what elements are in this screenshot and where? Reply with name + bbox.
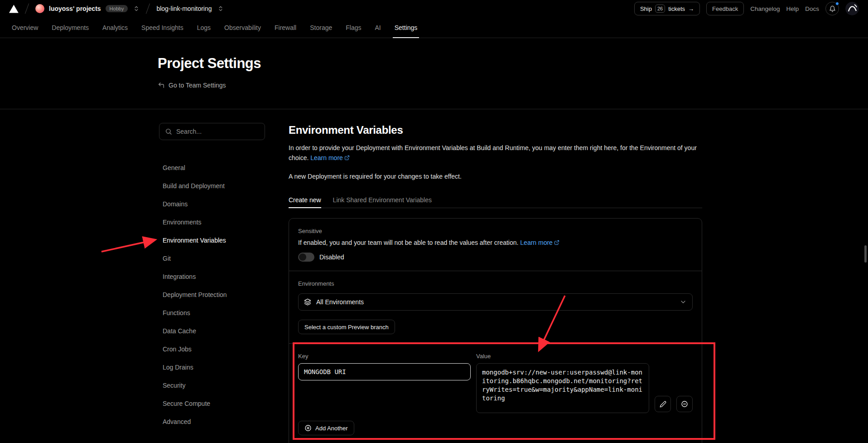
tab-logs[interactable]: Logs: [196, 17, 212, 38]
tickets-label: tickets: [668, 5, 685, 12]
page-scrollbar[interactable]: [864, 245, 867, 263]
learn-more-link[interactable]: Learn more: [310, 153, 350, 163]
tab-analytics[interactable]: Analytics: [101, 17, 129, 38]
tab-create-new[interactable]: Create new: [289, 192, 321, 208]
sidebar-item-build-and-deployment[interactable]: Build and Deployment: [159, 177, 265, 195]
sidebar-item-git[interactable]: Git: [159, 249, 265, 268]
tab-ai[interactable]: AI: [374, 17, 382, 38]
redeploy-note: A new Deployment is required for your ch…: [289, 173, 702, 180]
help-link[interactable]: Help: [786, 5, 799, 12]
page-header: Project Settings Go to Team Settings: [0, 38, 868, 109]
sensitive-learn-more-label: Learn more: [520, 239, 553, 246]
topbar-right: Ship 26 tickets → Feedback Changelog Hel…: [634, 2, 859, 15]
pencil-icon: [660, 401, 666, 408]
environments-dropdown-value: All Environments: [316, 298, 675, 306]
settings-menu: General Build and Deployment Domains Env…: [159, 159, 265, 431]
sidebar-item-data-cache[interactable]: Data Cache: [159, 322, 265, 340]
tab-firewall[interactable]: Firewall: [274, 17, 297, 38]
sensitive-learn-more-link[interactable]: Learn more: [520, 239, 559, 246]
edit-value-button[interactable]: [655, 396, 671, 412]
breadcrumb-team-name[interactable]: luoyoss' projects: [49, 5, 101, 12]
bell-icon: [829, 5, 836, 12]
go-to-team-settings-link[interactable]: Go to Team Settings: [158, 82, 226, 89]
create-env-var-card: Sensitive If enabled, you and your team …: [289, 218, 702, 443]
team-switcher-chevrons-icon[interactable]: [133, 5, 140, 12]
feedback-button[interactable]: Feedback: [706, 2, 744, 15]
sidebar-item-deployment-protection[interactable]: Deployment Protection: [159, 286, 265, 304]
page-title: Project Settings: [158, 55, 261, 72]
breadcrumb-separator: [25, 4, 29, 14]
select-custom-preview-branch-button[interactable]: Select a custom Preview branch: [298, 320, 395, 334]
key-input[interactable]: [298, 363, 471, 380]
project-nav: Overview Deployments Analytics Speed Ins…: [0, 17, 868, 38]
ship-tickets-button[interactable]: Ship 26 tickets →: [634, 2, 700, 15]
sidebar-item-general[interactable]: General: [159, 159, 265, 177]
project-switcher-chevrons-icon[interactable]: [217, 5, 224, 12]
sensitive-toggle[interactable]: [298, 253, 314, 262]
sensitive-label: Sensitive: [298, 228, 693, 234]
topbar: luoyoss' projects Hobby blog-link-monito…: [0, 0, 868, 17]
sidebar-item-integrations[interactable]: Integrations: [159, 268, 265, 286]
add-another-button[interactable]: Add Another: [298, 421, 354, 435]
sidebar-item-functions[interactable]: Functions: [159, 304, 265, 322]
value-input[interactable]: mongodb+srv://new-user:userpasswd@link-m…: [476, 363, 649, 413]
key-label: Key: [298, 353, 471, 360]
changelog-link[interactable]: Changelog: [750, 5, 780, 12]
tab-overview[interactable]: Overview: [11, 17, 39, 38]
search-input[interactable]: [176, 128, 259, 135]
sidebar-item-secure-compute[interactable]: Secure Compute: [159, 394, 265, 413]
search-icon: [165, 128, 172, 135]
external-link-icon: [554, 240, 559, 245]
tab-observability[interactable]: Observability: [223, 17, 262, 38]
corner-up-left-icon: [158, 82, 165, 89]
row-actions: [655, 396, 693, 412]
annotation-arrow-sidebar: [101, 240, 155, 252]
sidebar-item-advanced[interactable]: Advanced: [159, 413, 265, 431]
minus-circle-icon: [681, 400, 688, 408]
tab-speed-insights[interactable]: Speed Insights: [140, 17, 184, 38]
user-avatar[interactable]: [845, 2, 859, 15]
breadcrumb-project-name[interactable]: blog-link-monitoring: [156, 5, 212, 12]
key-value-section: Key Value mongodb+srv://new-user:userpas…: [289, 344, 702, 443]
sensitive-toggle-state: Disabled: [319, 253, 344, 261]
tab-link-shared-env-vars[interactable]: Link Shared Environment Variables: [333, 192, 432, 208]
sidebar-item-environments[interactable]: Environments: [159, 213, 265, 231]
tab-settings[interactable]: Settings: [394, 17, 419, 38]
environments-label: Environments: [298, 280, 693, 287]
learn-more-label: Learn more: [310, 153, 343, 163]
sidebar-item-domains[interactable]: Domains: [159, 195, 265, 213]
arrow-right-icon: →: [688, 5, 694, 12]
ticket-count-badge: 26: [655, 5, 665, 13]
plan-badge: Hobby: [106, 5, 128, 12]
section-heading: Environment Variables: [289, 124, 702, 136]
sidebar-item-log-drains[interactable]: Log Drains: [159, 358, 265, 376]
toggle-knob: [299, 253, 306, 261]
environment-variables-section: Environment Variables In order to provid…: [289, 124, 702, 443]
env-var-row: Key Value mongodb+srv://new-user:userpas…: [298, 353, 693, 413]
external-link-icon: [344, 155, 350, 161]
value-column: Value mongodb+srv://new-user:userpasswd@…: [476, 353, 649, 413]
tab-deployments[interactable]: Deployments: [51, 17, 90, 38]
vercel-project-settings-page: luoyoss' projects Hobby blog-link-monito…: [0, 0, 868, 443]
section-description: In order to provide your Deployment with…: [289, 143, 702, 163]
vercel-logo-icon[interactable]: [9, 5, 19, 13]
ship-label: Ship: [640, 5, 652, 12]
tab-storage[interactable]: Storage: [309, 17, 333, 38]
sidebar-item-environment-variables[interactable]: Environment Variables: [159, 231, 265, 249]
remove-row-button[interactable]: [676, 396, 693, 412]
sensitive-toggle-row: Disabled: [298, 253, 693, 262]
plus-circle-icon: [304, 424, 312, 432]
layers-icon: [304, 298, 311, 306]
breadcrumb-separator: [146, 4, 150, 14]
environments-section: Environments All Environments Select a c…: [289, 271, 702, 343]
team-avatar[interactable]: [35, 4, 44, 13]
sensitive-description-text: If enabled, you and your team will not b…: [298, 239, 520, 246]
sidebar-item-security[interactable]: Security: [159, 376, 265, 394]
environments-dropdown[interactable]: All Environments: [298, 293, 693, 311]
team-settings-link-label: Go to Team Settings: [169, 82, 226, 89]
docs-link[interactable]: Docs: [805, 5, 819, 12]
sidebar-search[interactable]: [159, 123, 265, 140]
sidebar-item-cron-jobs[interactable]: Cron Jobs: [159, 340, 265, 358]
tab-flags[interactable]: Flags: [345, 17, 362, 38]
notifications-button[interactable]: [825, 2, 839, 15]
